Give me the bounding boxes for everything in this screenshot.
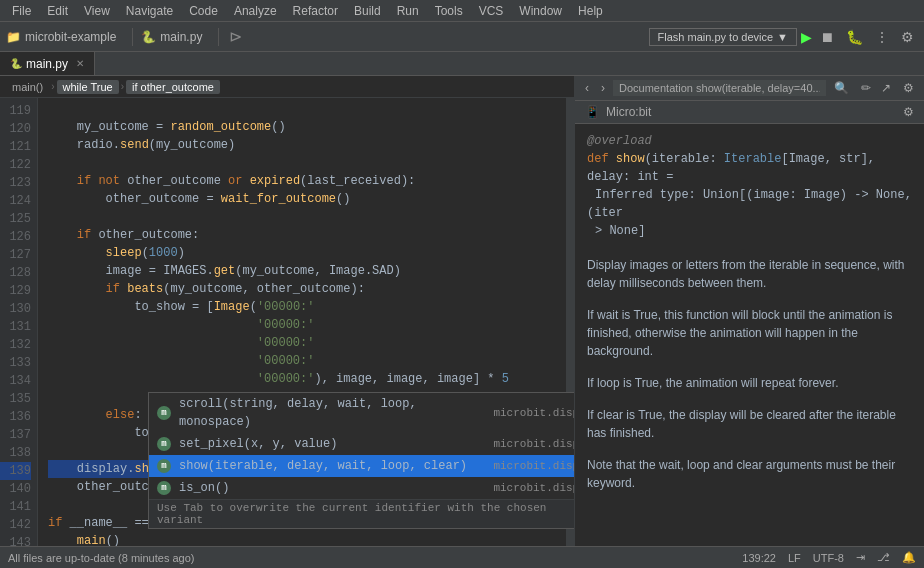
autocomplete-popup: m scroll(string, delay, wait, loop, mono… [148, 392, 574, 529]
bell-icon: 🔔 [902, 551, 916, 564]
code-line-133: '00000:' [48, 352, 566, 370]
cursor-position[interactable]: 139:22 [742, 552, 776, 564]
ac-source-ison: microbit.display [493, 479, 574, 497]
ac-item-ison[interactable]: m is_on() microbit.display [149, 477, 574, 499]
settings-icon-right[interactable]: ⚙ [899, 79, 918, 97]
menu-view[interactable]: View [76, 2, 118, 20]
toolbar: 📁 microbit-example 🐍 main.py ⊳ Flash mai… [0, 22, 924, 52]
project-icon: 📁 [6, 30, 21, 44]
external-link-icon[interactable]: ↗ [877, 79, 895, 97]
code-line-121: radio.send(my_outcome) [48, 136, 566, 154]
menu-code[interactable]: Code [181, 2, 226, 20]
microbit-settings-icon[interactable]: ⚙ [903, 105, 914, 119]
ac-icon-setpixel: m [157, 437, 171, 451]
doc-search-input[interactable] [613, 80, 826, 96]
microbit-icon: 📱 [585, 105, 600, 119]
ac-label-ison: is_on() [179, 479, 485, 497]
bookmark-icon: ⊳ [229, 27, 242, 46]
ac-icon-ison: m [157, 481, 171, 495]
code-line-134: '00000:'), image, image, image] * 5 [48, 370, 566, 388]
file-label: 🐍 main.py [141, 30, 202, 44]
breadcrumb: main() › while True › if other_outcome [0, 76, 574, 98]
code-line-125 [48, 208, 566, 226]
menu-file[interactable]: File [4, 2, 39, 20]
right-toolbar: ‹ › 🔍 ✏ ↗ ⚙ [575, 76, 924, 101]
more-icon[interactable]: ⋮ [871, 27, 893, 47]
line-numbers: 119 120 121 122 123 124 125 126 127 128 … [0, 98, 38, 546]
tab-main-py[interactable]: 🐍 main.py ✕ [0, 52, 95, 75]
menu-tools[interactable]: Tools [427, 2, 471, 20]
menu-analyze[interactable]: Analyze [226, 2, 285, 20]
ac-source-setpixel: microbit.display [493, 435, 574, 453]
menu-build[interactable]: Build [346, 2, 389, 20]
breadcrumb-main[interactable]: main() [6, 80, 49, 94]
ac-item-setpixel[interactable]: m set_pixel(x, y, value) microbit.displa… [149, 433, 574, 455]
toolbar-separator2 [218, 28, 219, 46]
menu-refactor[interactable]: Refactor [285, 2, 346, 20]
menu-edit[interactable]: Edit [39, 2, 76, 20]
code-line-127: sleep(1000) [48, 244, 566, 262]
code-line-122 [48, 154, 566, 172]
doc-para-5: Note that the wait, loop and clear argum… [587, 456, 912, 492]
code-line-120: my_outcome = random_outcome() [48, 118, 566, 136]
ac-source-show: microbit.display [493, 457, 574, 475]
edit-icon[interactable]: ✏ [857, 79, 875, 97]
menu-run[interactable]: Run [389, 2, 427, 20]
flash-button[interactable]: Flash main.py to device ▼ [649, 28, 797, 46]
main-area: main() › while True › if other_outcome 1… [0, 76, 924, 546]
git-icon: ⎇ [877, 551, 890, 564]
ac-item-scroll[interactable]: m scroll(string, delay, wait, loop, mono… [149, 393, 574, 433]
menu-window[interactable]: Window [511, 2, 570, 20]
back-button[interactable]: ‹ [581, 79, 593, 97]
code-line-131: '00000:' [48, 316, 566, 334]
ac-icon-show: m [157, 459, 171, 473]
tab-icon: 🐍 [10, 58, 22, 69]
breadcrumb-while-true[interactable]: while True [57, 80, 119, 94]
microbit-tab[interactable]: 📱 Micro:bit ⚙ [575, 101, 924, 124]
code-line-129: if beats(my_outcome, other_outcome): [48, 280, 566, 298]
code-line-132: '00000:' [48, 334, 566, 352]
ac-footer: Use Tab to overwrite the current identif… [149, 499, 574, 528]
ac-label-show: show(iterable, delay, wait, loop, clear) [179, 457, 485, 475]
forward-button[interactable]: › [597, 79, 609, 97]
microbit-label: Micro:bit [606, 105, 651, 119]
statusbar: All files are up-to-date (8 minutes ago)… [0, 546, 924, 568]
project-label: 📁 microbit-example [6, 30, 116, 44]
debug-icon[interactable]: 🐛 [842, 27, 867, 47]
ac-icon-scroll: m [157, 406, 171, 420]
project2-name[interactable]: main.py [160, 30, 202, 44]
status-message: All files are up-to-date (8 minutes ago) [8, 552, 742, 564]
menu-help[interactable]: Help [570, 2, 611, 20]
code-line-143: main() [48, 532, 566, 546]
menu-vcs[interactable]: VCS [471, 2, 512, 20]
run-icon[interactable]: ▶ [801, 29, 812, 45]
doc-content: @overload def show(iterable: Iterable[Im… [575, 124, 924, 546]
doc-para-4: If clear is True, the display will be cl… [587, 406, 912, 442]
breadcrumb-arrow2: › [121, 81, 124, 92]
project1-name[interactable]: microbit-example [25, 30, 116, 44]
doc-para-1: Display images or letters from the itera… [587, 256, 912, 292]
right-panel: ‹ › 🔍 ✏ ↗ ⚙ 📱 Micro:bit ⚙ @overload def … [574, 76, 924, 546]
encoding[interactable]: UTF-8 [813, 552, 844, 564]
doc-para-3: If loop is True, the animation will repe… [587, 374, 912, 392]
breadcrumb-if-other[interactable]: if other_outcome [126, 80, 220, 94]
settings-icon[interactable]: ⚙ [897, 27, 918, 47]
line-ending[interactable]: LF [788, 552, 801, 564]
code-line-124: other_outcome = wait_for_outcome() [48, 190, 566, 208]
ac-item-show[interactable]: m show(iterable, delay, wait, loop, clea… [149, 455, 574, 477]
flash-label: Flash main.py to device [658, 31, 774, 43]
doc-overload: @overload def show(iterable: Iterable[Im… [587, 132, 912, 240]
code-line-123: if not other_outcome or expired(last_rec… [48, 172, 566, 190]
doc-search-icon[interactable]: 🔍 [830, 79, 853, 97]
editor-panel: main() › while True › if other_outcome 1… [0, 76, 574, 546]
stop-icon[interactable]: ⏹ [816, 27, 838, 47]
menu-navigate[interactable]: Navigate [118, 2, 181, 20]
toolbar-separator [132, 28, 133, 46]
tab-close-icon[interactable]: ✕ [76, 58, 84, 69]
file-icon: 🐍 [141, 30, 156, 44]
menubar: File Edit View Navigate Code Analyze Ref… [0, 0, 924, 22]
tabs-bar: 🐍 main.py ✕ [0, 52, 924, 76]
code-line-130: to_show = [Image('00000:' [48, 298, 566, 316]
code-line-128: image = IMAGES.get(my_outcome, Image.SAD… [48, 262, 566, 280]
tab-label: main.py [26, 57, 68, 71]
